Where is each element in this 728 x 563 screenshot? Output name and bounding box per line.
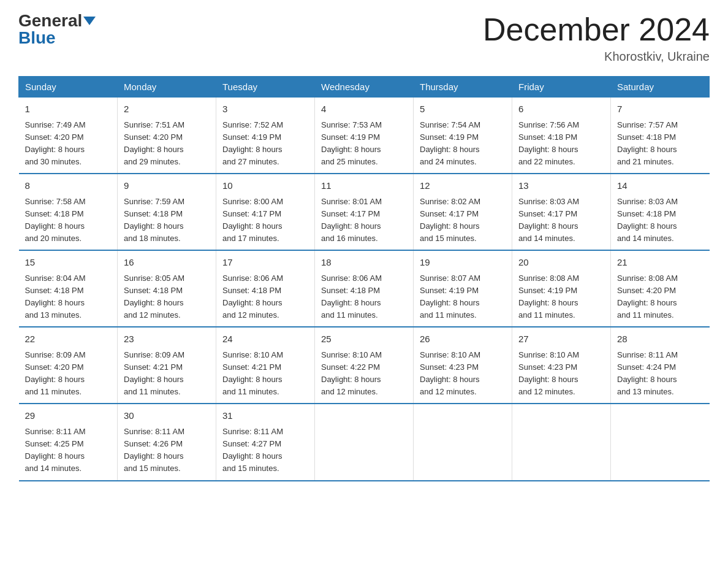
calendar-cell: 5Sunrise: 7:54 AM Sunset: 4:19 PM Daylig… <box>414 98 512 174</box>
logo-blue-text: Blue <box>18 28 56 47</box>
calendar-cell: 7Sunrise: 7:57 AM Sunset: 4:18 PM Daylig… <box>611 98 710 174</box>
calendar-cell <box>315 404 414 480</box>
calendar-body: 1Sunrise: 7:49 AM Sunset: 4:20 PM Daylig… <box>19 98 710 481</box>
day-number: 22 <box>25 332 112 347</box>
day-number: 8 <box>25 179 112 193</box>
day-info: Sunrise: 8:04 AM Sunset: 4:18 PM Dayligh… <box>25 272 112 322</box>
page-header: General Blue December 2024 Khorostkiv, U… <box>18 12 710 64</box>
calendar-cell: 18Sunrise: 8:06 AM Sunset: 4:18 PM Dayli… <box>315 250 414 327</box>
day-number: 19 <box>420 256 506 270</box>
day-info: Sunrise: 8:11 AM Sunset: 4:27 PM Dayligh… <box>222 426 308 475</box>
day-info: Sunrise: 8:03 AM Sunset: 4:17 PM Dayligh… <box>518 196 604 245</box>
calendar-cell: 15Sunrise: 8:04 AM Sunset: 4:18 PM Dayli… <box>19 250 118 327</box>
header-row: SundayMondayTuesdayWednesdayThursdayFrid… <box>19 77 710 98</box>
calendar-table: SundayMondayTuesdayWednesdayThursdayFrid… <box>18 76 710 481</box>
day-info: Sunrise: 8:06 AM Sunset: 4:18 PM Dayligh… <box>222 272 308 322</box>
day-number: 2 <box>124 102 210 117</box>
calendar-cell: 20Sunrise: 8:08 AM Sunset: 4:19 PM Dayli… <box>512 250 611 327</box>
calendar-week-row: 29Sunrise: 8:11 AM Sunset: 4:25 PM Dayli… <box>19 404 710 480</box>
day-number: 25 <box>321 332 407 347</box>
day-info: Sunrise: 8:03 AM Sunset: 4:18 PM Dayligh… <box>617 196 703 245</box>
day-info: Sunrise: 8:11 AM Sunset: 4:24 PM Dayligh… <box>617 349 703 399</box>
day-info: Sunrise: 8:09 AM Sunset: 4:21 PM Dayligh… <box>124 349 210 399</box>
calendar-cell: 21Sunrise: 8:08 AM Sunset: 4:20 PM Dayli… <box>611 250 710 327</box>
calendar-cell: 11Sunrise: 8:01 AM Sunset: 4:17 PM Dayli… <box>315 174 414 250</box>
day-of-week-header: Thursday <box>414 77 512 98</box>
calendar-cell: 22Sunrise: 8:09 AM Sunset: 4:20 PM Dayli… <box>19 327 118 404</box>
day-number: 17 <box>222 256 308 270</box>
calendar-cell: 13Sunrise: 8:03 AM Sunset: 4:17 PM Dayli… <box>512 174 611 250</box>
calendar-cell: 2Sunrise: 7:51 AM Sunset: 4:20 PM Daylig… <box>118 98 216 174</box>
logo: General Blue <box>18 12 96 47</box>
day-info: Sunrise: 8:10 AM Sunset: 4:22 PM Dayligh… <box>321 349 407 399</box>
calendar-cell: 16Sunrise: 8:05 AM Sunset: 4:18 PM Dayli… <box>118 250 216 327</box>
logo-triangle-icon <box>83 17 96 25</box>
day-number: 23 <box>124 332 210 347</box>
day-number: 3 <box>222 102 308 117</box>
day-info: Sunrise: 8:01 AM Sunset: 4:17 PM Dayligh… <box>321 196 407 245</box>
calendar-cell: 19Sunrise: 8:07 AM Sunset: 4:19 PM Dayli… <box>414 250 512 327</box>
day-number: 6 <box>518 102 604 117</box>
day-info: Sunrise: 8:05 AM Sunset: 4:18 PM Dayligh… <box>124 272 210 322</box>
calendar-cell: 17Sunrise: 8:06 AM Sunset: 4:18 PM Dayli… <box>216 250 315 327</box>
calendar-cell: 28Sunrise: 8:11 AM Sunset: 4:24 PM Dayli… <box>611 327 710 404</box>
day-info: Sunrise: 8:10 AM Sunset: 4:23 PM Dayligh… <box>420 349 506 399</box>
day-info: Sunrise: 7:54 AM Sunset: 4:19 PM Dayligh… <box>420 119 506 169</box>
calendar-cell: 25Sunrise: 8:10 AM Sunset: 4:22 PM Dayli… <box>315 327 414 404</box>
day-number: 24 <box>222 332 308 347</box>
day-info: Sunrise: 7:51 AM Sunset: 4:20 PM Dayligh… <box>124 119 210 169</box>
calendar-cell: 30Sunrise: 8:11 AM Sunset: 4:26 PM Dayli… <box>118 404 216 480</box>
day-info: Sunrise: 8:10 AM Sunset: 4:21 PM Dayligh… <box>222 349 308 399</box>
day-number: 27 <box>518 332 604 347</box>
calendar-cell: 24Sunrise: 8:10 AM Sunset: 4:21 PM Dayli… <box>216 327 315 404</box>
day-number: 1 <box>25 102 112 117</box>
day-number: 30 <box>124 409 210 423</box>
day-info: Sunrise: 8:11 AM Sunset: 4:26 PM Dayligh… <box>124 426 210 475</box>
day-info: Sunrise: 8:10 AM Sunset: 4:23 PM Dayligh… <box>518 349 604 399</box>
day-of-week-header: Monday <box>118 77 216 98</box>
calendar-cell <box>512 404 611 480</box>
day-number: 5 <box>420 102 506 117</box>
day-number: 11 <box>321 179 407 193</box>
day-info: Sunrise: 8:08 AM Sunset: 4:19 PM Dayligh… <box>518 272 604 322</box>
day-info: Sunrise: 8:06 AM Sunset: 4:18 PM Dayligh… <box>321 272 407 322</box>
calendar-cell: 29Sunrise: 8:11 AM Sunset: 4:25 PM Dayli… <box>19 404 118 480</box>
day-info: Sunrise: 7:53 AM Sunset: 4:19 PM Dayligh… <box>321 119 407 169</box>
day-info: Sunrise: 8:02 AM Sunset: 4:17 PM Dayligh… <box>420 196 506 245</box>
day-number: 28 <box>617 332 703 347</box>
day-number: 26 <box>420 332 506 347</box>
day-info: Sunrise: 7:56 AM Sunset: 4:18 PM Dayligh… <box>518 119 604 169</box>
calendar-cell: 31Sunrise: 8:11 AM Sunset: 4:27 PM Dayli… <box>216 404 315 480</box>
calendar-cell: 9Sunrise: 7:59 AM Sunset: 4:18 PM Daylig… <box>118 174 216 250</box>
day-info: Sunrise: 8:09 AM Sunset: 4:20 PM Dayligh… <box>25 349 112 399</box>
calendar-cell: 6Sunrise: 7:56 AM Sunset: 4:18 PM Daylig… <box>512 98 611 174</box>
calendar-cell: 26Sunrise: 8:10 AM Sunset: 4:23 PM Dayli… <box>414 327 512 404</box>
day-info: Sunrise: 7:59 AM Sunset: 4:18 PM Dayligh… <box>124 196 210 245</box>
day-info: Sunrise: 7:57 AM Sunset: 4:18 PM Dayligh… <box>617 119 703 169</box>
title-block: December 2024 Khorostkiv, Ukraine <box>483 12 710 64</box>
day-number: 13 <box>518 179 604 193</box>
day-info: Sunrise: 8:08 AM Sunset: 4:20 PM Dayligh… <box>617 272 703 322</box>
day-number: 21 <box>617 256 703 270</box>
logo-general-text: General <box>18 12 82 29</box>
calendar-cell: 14Sunrise: 8:03 AM Sunset: 4:18 PM Dayli… <box>611 174 710 250</box>
day-number: 4 <box>321 102 407 117</box>
calendar-week-row: 15Sunrise: 8:04 AM Sunset: 4:18 PM Dayli… <box>19 250 710 327</box>
calendar-week-row: 8Sunrise: 7:58 AM Sunset: 4:18 PM Daylig… <box>19 174 710 250</box>
day-info: Sunrise: 8:11 AM Sunset: 4:25 PM Dayligh… <box>25 426 112 475</box>
calendar-cell: 8Sunrise: 7:58 AM Sunset: 4:18 PM Daylig… <box>19 174 118 250</box>
calendar-cell: 4Sunrise: 7:53 AM Sunset: 4:19 PM Daylig… <box>315 98 414 174</box>
day-info: Sunrise: 8:07 AM Sunset: 4:19 PM Dayligh… <box>420 272 506 322</box>
day-number: 10 <box>222 179 308 193</box>
day-info: Sunrise: 8:00 AM Sunset: 4:17 PM Dayligh… <box>222 196 308 245</box>
day-info: Sunrise: 7:49 AM Sunset: 4:20 PM Dayligh… <box>25 119 112 169</box>
calendar-cell <box>611 404 710 480</box>
calendar-cell: 12Sunrise: 8:02 AM Sunset: 4:17 PM Dayli… <box>414 174 512 250</box>
location-label: Khorostkiv, Ukraine <box>483 50 710 64</box>
day-number: 14 <box>617 179 703 193</box>
calendar-cell: 3Sunrise: 7:52 AM Sunset: 4:19 PM Daylig… <box>216 98 315 174</box>
day-of-week-header: Tuesday <box>216 77 315 98</box>
day-number: 18 <box>321 256 407 270</box>
day-of-week-header: Friday <box>512 77 611 98</box>
day-of-week-header: Wednesday <box>315 77 414 98</box>
